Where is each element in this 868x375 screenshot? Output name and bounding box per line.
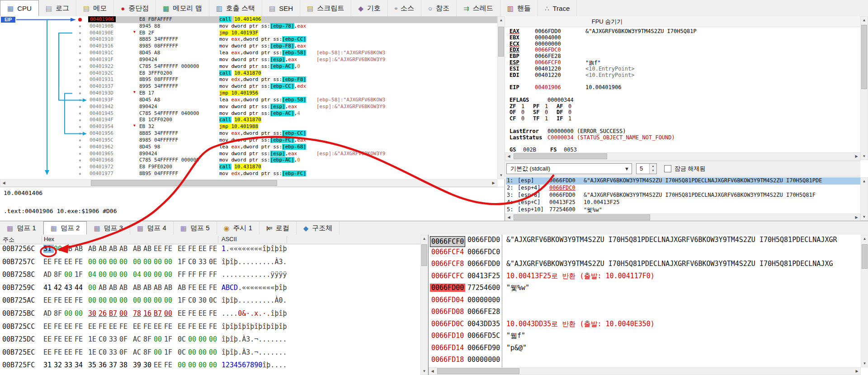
scroll-right-icon[interactable]: ▶ (490, 180, 497, 186)
dump-row[interactable]: 00B725FC31323334353637383930EEFE00000000… (0, 361, 420, 374)
flags-row[interactable]: OF0SF0DF0 (509, 109, 859, 115)
dump-row[interactable]: 00B7256C3100ABABABABABABABABEEFEEEFEEEFE… (0, 245, 420, 258)
scroll-up-icon[interactable]: ▲ (861, 17, 868, 24)
disasm-row[interactable]: 0040191C8D45 A8lea eax,dword ptr ss:[ebp… (88, 50, 497, 57)
scroll-left-icon[interactable]: ◀ (429, 368, 436, 375)
disasm-vertical-scrollbar[interactable]: ▲ ▼ (497, 16, 505, 179)
scroll-up-icon[interactable]: ▲ (421, 235, 428, 242)
disasm-row[interactable]: 00401965890424mov dword ptr ss:[esp],eax… (88, 151, 497, 157)
tab-dump2[interactable]: ▦덤프 2 (43, 221, 87, 235)
tab-seh[interactable]: ▤SEH (262, 0, 300, 16)
scrollbar-thumb[interactable] (862, 244, 868, 269)
tab-log[interactable]: ▤로그 (39, 0, 76, 16)
flags-row[interactable]: ZF1PF1AF0 (509, 103, 859, 109)
flags-row[interactable]: CF0TF1IF1 (509, 115, 859, 122)
calling-convention-select[interactable]: 기본값 (stdcall) ▼ (506, 163, 632, 174)
dump-row[interactable]: 00B725CCEEFEEEFEEEFEEEFEEEFEEEFEEEFEEEFE… (0, 323, 420, 336)
stack-row[interactable]: 0066FCF80066FDD0&"AJXGRFV6BKOW3Y9TM4S2ZU… (429, 260, 861, 272)
scroll-up-icon[interactable]: ▲ (498, 17, 505, 24)
register-row[interactable]: EBP0066FE28 (509, 53, 859, 59)
register-row[interactable]: EAX0066FDD0&"AJXGRFV6BKOW3Y9TM4S2ZU I70H… (509, 28, 859, 34)
scrollbar-thumb[interactable] (421, 244, 427, 266)
register-row[interactable]: LastError00000000 (ERROR_SUCCESS) (509, 128, 859, 134)
tab-locals[interactable]: |x=로컬 (259, 221, 297, 235)
tab-cpu[interactable]: ▦CPU (0, 0, 39, 16)
stack-panel[interactable]: 0066FCF00066FDD0&"AJXGRFV6BKOW3Y9TM4S2ZU… (428, 235, 868, 375)
dump-row[interactable]: 00B7258CAD8F001F0400000004000000FFFFFFFF… (0, 271, 420, 284)
register-row[interactable]: EIP0040190610.00401906 (509, 84, 859, 90)
tab-symbols[interactable]: ◆기호 (351, 0, 388, 16)
stack-row[interactable]: 0066FCFC00413F2510.00413F25로 반환 (출발: 10.… (429, 272, 861, 284)
tab-references[interactable]: ○참조 (421, 0, 457, 16)
stack-row[interactable]: 0066FD140066FD90"p&@" (429, 344, 861, 356)
register-row[interactable]: LastStatusC0000034 (STATUS_OBJECT_NAME_N… (509, 134, 859, 141)
stack-row[interactable]: 0066FD0077254600"웿%w" (429, 284, 861, 296)
tab-handles[interactable]: ▥핸들 (500, 0, 538, 16)
disasm-row[interactable]: 00401968C785 54FFFFFF 000000mov dword pt… (88, 157, 497, 164)
disasm-row[interactable]: 00401972E8 F9FE0200call 10.431870 (88, 164, 497, 171)
arguments-horizontal-scrollbar[interactable]: ◀ ▶ (505, 214, 860, 221)
dump-row[interactable]: 00B725DCEEFEEEFE1EC0330FAC8F001F0C000000… (0, 335, 420, 348)
register-row[interactable]: EDX0066FDC0 (509, 47, 859, 53)
stack-row[interactable]: 0066FCF40066FDC0 (429, 248, 861, 260)
checkbox-icon[interactable] (664, 165, 671, 172)
arg-count-spinner[interactable]: 5 ▲▼ (636, 163, 657, 174)
tab-watch1[interactable]: ◉주시 1 (217, 221, 260, 235)
disasm-row[interactable]: ▼0040190EEB 2Fjmp 10.40193F (88, 30, 497, 37)
scroll-left-icon[interactable]: ◀ (505, 153, 512, 160)
tab-notes[interactable]: ▤메모 (76, 0, 114, 16)
disasm-row[interactable]: 00401942890424mov dword ptr ss:[esp],eax… (88, 104, 497, 110)
stack-row[interactable]: 0066FCF00066FDD0&"AJXGRFV6BKOW3Y9TM4S2ZU… (429, 236, 861, 248)
argument-row[interactable]: 1:[esp]0066FDD0&"AJXGRFV6BKOW3Y9TM4S2ZU … (506, 177, 860, 185)
disasm-horizontal-scrollbar[interactable]: ◀ ▶ (0, 179, 497, 187)
tab-struct[interactable]: ◆구조체 (297, 221, 340, 235)
stack-row[interactable]: 0066FD100066FD5C"웳f" (429, 332, 861, 344)
register-row[interactable]: ESP0066FCF0"旗f" (509, 59, 859, 66)
disasm-row[interactable]: 0040194FE8 1CFF0200call 10.431870 (88, 117, 497, 123)
disassembly-panel[interactable]: EIP 00401906E8 FBFAFFFFcall 10.401406004… (0, 16, 505, 187)
scroll-left-icon[interactable]: ◀ (505, 214, 512, 221)
flags-row[interactable]: GS002BFS0053 (509, 147, 859, 152)
register-row[interactable]: EDI00401220<10.EntryPoint> (509, 72, 859, 78)
register-row[interactable]: ESI00401220<10.EntryPoint> (509, 66, 859, 72)
tab-script[interactable]: ▤스크립트 (300, 0, 351, 16)
scrollbar-thumb[interactable] (437, 368, 519, 374)
disasm-row[interactable]: 004019628D45 98lea eax,dword ptr ss:[ebp… (88, 144, 497, 151)
disasm-row[interactable]: ▼0040193DEB 17jmp 10.401956 (88, 90, 497, 97)
scroll-down-icon[interactable]: ▼ (861, 360, 868, 367)
disasm-row[interactable]: 00401945C785 54FFFFFF 040000mov dword pt… (88, 110, 497, 117)
disasm-row[interactable]: 0040192CE8 3FFF0200call 10.431870 (88, 70, 497, 77)
stack-row[interactable]: 0066FD0C0043DD3510.0043DD35로 반환 (출발: 10.… (429, 320, 861, 332)
disasm-row[interactable]: 004019108B85 34FFFFFFmov eax,dword ptr s… (88, 36, 497, 43)
dump-row[interactable]: 00B725ACEEFEEEFE00000000000000001FC0300C… (0, 296, 420, 309)
dump-row[interactable]: 00B725BCAD8F00003026B7007816B700EEFEEEFE… (0, 309, 420, 323)
spinner-arrows-icon[interactable]: ▲▼ (649, 164, 656, 174)
dump-row[interactable]: 00B7259C4142434400ABABABABABABABABFEEEFE… (0, 284, 420, 297)
scrollbar-thumb[interactable] (514, 153, 607, 159)
register-row[interactable]: ECX00000000 (509, 41, 859, 47)
disasm-row[interactable]: 00401922C785 54FFFFFF 000000mov dword pt… (88, 63, 497, 70)
dump-row[interactable]: 00B7257CEEFEEEFE00000000000000001FC0330E… (0, 258, 420, 271)
scrollbar-thumb[interactable] (514, 214, 650, 220)
scroll-left-icon[interactable]: ◀ (0, 180, 7, 186)
register-row[interactable]: EBX00004000 (509, 34, 859, 41)
scroll-right-icon[interactable]: ▶ (853, 214, 860, 221)
argument-row[interactable]: 3:[esp+8]0066FDD0&"AJXGRFV6BKOW3Y9TM4S2Z… (506, 192, 860, 199)
tab-dump5[interactable]: ▦덤프 5 (174, 221, 217, 235)
tab-source[interactable]: ‹›소스 (388, 0, 421, 16)
lock-checkbox[interactable]: 잠금 해제됨 (664, 165, 706, 173)
disasm-row[interactable]: 004019168985 08FFFFFFmov dword ptr ss:[e… (88, 43, 497, 50)
argument-row[interactable]: 4:[esp+C]00413F2510.00413F25 (506, 199, 860, 206)
tab-dump4[interactable]: ▦덤프 4 (130, 221, 174, 235)
disasm-row[interactable]: 0040195C8985 04FFFFFFmov dword ptr ss:[e… (88, 137, 497, 144)
stack-row[interactable]: 0066FD0400000000 (429, 296, 861, 308)
dump-vertical-scrollbar[interactable]: ▲ ▼ (420, 235, 428, 375)
arguments-vertical-scrollbar[interactable]: ▲ ▼ (860, 177, 868, 221)
scroll-down-icon[interactable]: ▼ (861, 153, 868, 160)
disasm-row[interactable]: 004019318B95 08FFFFFFmov edx,dword ptr s… (88, 76, 497, 83)
scroll-down-icon[interactable]: ▼ (498, 172, 505, 179)
scroll-right-icon[interactable]: ▶ (854, 368, 860, 375)
argument-row[interactable]: 5:[esp+10]77254600"웿%w" (506, 206, 860, 214)
tab-dump3[interactable]: ▦덤프 3 (87, 221, 130, 235)
tab-dump1[interactable]: ▦덤프 1 (0, 221, 43, 235)
